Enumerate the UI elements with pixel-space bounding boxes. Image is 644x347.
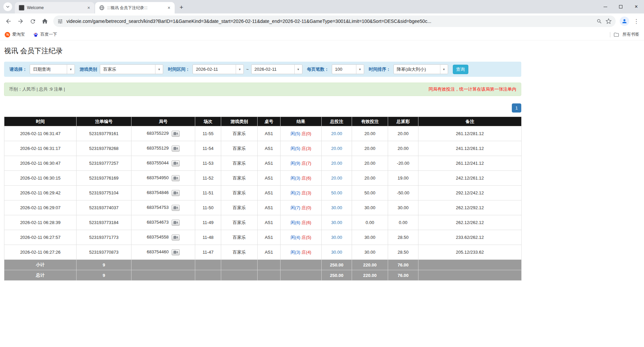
cell-note: 292.12/242.12: [418, 186, 522, 200]
forward-button[interactable]: [15, 15, 26, 27]
header-table-no: 桌号: [258, 117, 281, 126]
bookmark-baidu[interactable]: 百度一下: [33, 32, 57, 37]
home-button[interactable]: [39, 15, 51, 27]
game-type-select[interactable]: 百家乐 ▾: [100, 64, 163, 74]
person-icon: [621, 18, 627, 24]
date-range-label: 时间区间：: [168, 66, 190, 72]
tab-welcome[interactable]: Welcome ×: [15, 2, 94, 13]
profile-avatar[interactable]: [620, 17, 629, 26]
cell-payout: -50.00: [388, 186, 418, 200]
bookmark-star-icon[interactable]: [606, 18, 612, 24]
tab-close-icon[interactable]: ×: [86, 5, 92, 11]
back-button[interactable]: [3, 15, 14, 27]
total-bet-link[interactable]: 30.00: [331, 235, 342, 240]
total-bet-link[interactable]: 20.00: [331, 131, 342, 136]
cell-game-type: 百家乐: [221, 245, 258, 260]
replay-button[interactable]: [172, 220, 180, 226]
tab-close-icon[interactable]: ×: [166, 5, 172, 11]
total-bet-link[interactable]: 50.00: [331, 190, 342, 195]
table-row: 2026-02-11 06:30:15523193776169683754950…: [4, 171, 522, 186]
divider: [610, 32, 610, 37]
tab-betrecord[interactable]: :::视讯 会员下注纪录::: ×: [95, 2, 175, 13]
cell-session: 11-53: [195, 156, 221, 171]
cell-result: 闲(5) 庄(0): [281, 126, 322, 141]
maximize-button[interactable]: [613, 0, 628, 13]
zoom-icon[interactable]: [596, 19, 602, 24]
cell-payout: 20.00: [388, 126, 418, 141]
total-bet-link[interactable]: 20.00: [331, 161, 342, 166]
total-bet-link[interactable]: 30.00: [331, 205, 342, 210]
query-type-select[interactable]: 日期查询 ▾: [30, 64, 75, 74]
total-bet-link[interactable]: 30.00: [331, 250, 342, 255]
total-bet-link[interactable]: 30.00: [331, 220, 342, 225]
search-button[interactable]: 查询: [453, 65, 468, 74]
page-1-button[interactable]: 1: [512, 103, 521, 113]
currency-summary: 币别：人民币 | 总共 :9 注单 |: [9, 86, 65, 92]
replay-button[interactable]: [172, 175, 180, 181]
cell-session: 11-54: [195, 141, 221, 156]
header-game-type: 游戏类别: [221, 117, 258, 126]
bookmark-label: 爱淘宝: [12, 32, 25, 37]
cell-payout: 0.00: [388, 215, 418, 230]
cell-bet-no: 523193776169: [77, 171, 131, 186]
replay-button[interactable]: [172, 234, 180, 241]
cell-total-bet: 50.00: [322, 186, 352, 200]
new-tab-button[interactable]: +: [177, 3, 186, 12]
minimize-button[interactable]: [597, 0, 613, 13]
tab-title: :::视讯 会员下注纪录:::: [107, 5, 163, 11]
all-bookmarks[interactable]: 所有书签: [610, 32, 639, 37]
url-text[interactable]: videoie.com/game/betrecord_search/kind3?…: [66, 19, 593, 24]
cell-valid-bet: 20.00: [352, 126, 388, 141]
cell-payout: -20.00: [388, 156, 418, 171]
bookmark-aitaobao[interactable]: 淘 爱淘宝: [5, 32, 25, 37]
cell-time: 2026-02-11 06:30:15: [4, 171, 77, 186]
cell-time: 2026-02-11 06:27:26: [4, 245, 77, 260]
browser-menu-button[interactable]: ⋮: [631, 18, 641, 25]
replay-button[interactable]: [172, 160, 180, 166]
cell-table-no: AS1: [258, 200, 281, 215]
per-page-label: 每页笔数：: [307, 66, 329, 72]
cell-game-type: 百家乐: [221, 230, 258, 245]
replay-button[interactable]: [172, 131, 180, 137]
cell-total-bet: 20.00: [322, 126, 352, 141]
replay-button[interactable]: [172, 205, 180, 211]
reload-button[interactable]: [27, 15, 38, 27]
cell-note: 261.12/281.12: [418, 126, 522, 141]
cell-bet-no: 523193773184: [77, 215, 131, 230]
replay-video-icon: [173, 250, 178, 254]
cell-session: 11-50: [195, 200, 221, 215]
cell-valid-bet: 0.00: [352, 215, 388, 230]
date-start-input[interactable]: 2026-02-11 ▾: [193, 64, 244, 74]
per-page-select[interactable]: 100 ▾: [332, 64, 364, 74]
select-type-label: 请选择：: [9, 66, 27, 72]
replay-button[interactable]: [172, 190, 180, 196]
cell-session: 11-48: [195, 230, 221, 245]
cell-total-bet: 30.00: [322, 215, 352, 230]
cell-session: 11-52: [195, 171, 221, 186]
home-icon: [41, 18, 48, 25]
cell-total-bet: 30.00: [322, 230, 352, 245]
cell-note: 262.12/292.12: [418, 200, 522, 215]
all-bookmarks-label: 所有书签: [622, 32, 639, 37]
total-bet-link[interactable]: 20.00: [331, 146, 342, 151]
cell-payout: 30.00: [388, 200, 418, 215]
date-end-input[interactable]: 2026-02-11 ▾: [251, 64, 302, 74]
sort-select[interactable]: 降幂(由大到小) ▾: [393, 64, 448, 74]
cell-payout: 19.00: [388, 171, 418, 186]
site-settings-icon[interactable]: [57, 19, 63, 24]
url-bar[interactable]: videoie.com/game/betrecord_search/kind3?…: [53, 15, 616, 27]
cell-payout: 28.50: [388, 245, 418, 260]
replay-button[interactable]: [172, 249, 180, 255]
tab-search-button[interactable]: [3, 2, 12, 11]
total-bet-link[interactable]: 20.00: [331, 176, 342, 181]
cell-valid-bet: 20.00: [352, 171, 388, 186]
cell-time: 2026-02-11 06:29:07: [4, 200, 77, 215]
bet-table-body: 2026-02-11 06:31:47523193779161683755229…: [4, 126, 522, 260]
cell-note: 261.12/241.12: [418, 156, 522, 171]
close-button[interactable]: ×: [628, 0, 644, 13]
cell-game-type: 百家乐: [221, 156, 258, 171]
cell-result: 闲(3) 庄(6): [281, 171, 322, 186]
replay-button[interactable]: [172, 146, 180, 152]
table-row: 2026-02-11 06:29:42523193775104683754846…: [4, 186, 522, 200]
bet-record-table: 时间 注单编号 局号 场次 游戏类别 桌号 结果 总投注 有效投注 总派彩 备注…: [4, 117, 522, 281]
